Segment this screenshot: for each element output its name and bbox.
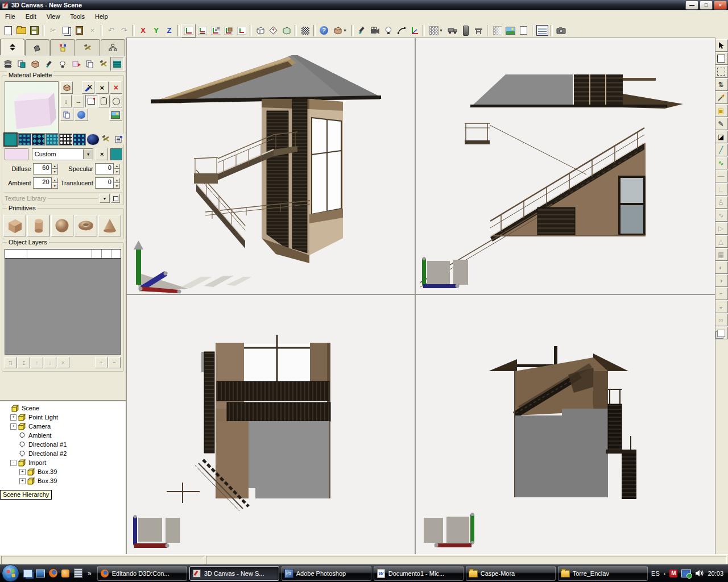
- line-list-button[interactable]: [110, 57, 124, 71]
- swatch-tools-button[interactable]: [100, 134, 112, 144]
- object-cube-button[interactable]: [28, 57, 42, 71]
- window-switcher-button[interactable]: [23, 568, 33, 579]
- arrow-tool-button[interactable]: ▷: [714, 222, 728, 235]
- tab-build[interactable]: [76, 39, 100, 56]
- tree-item-directional-1[interactable]: Directional #1: [2, 440, 126, 449]
- m-tray-icon[interactable]: M: [669, 569, 677, 577]
- specular-down[interactable]: ▼: [114, 169, 120, 174]
- layer-stack-button[interactable]: [1, 57, 15, 71]
- paste-button[interactable]: [73, 24, 86, 37]
- layer-up-button[interactable]: ↑: [31, 357, 43, 368]
- swatch-properties-button[interactable]: [113, 134, 125, 144]
- glue-tool-button[interactable]: [355, 24, 369, 37]
- paint-bucket-button[interactable]: ◪: [714, 131, 728, 143]
- calculator-launch-button[interactable]: [73, 568, 83, 579]
- cube-outline-button[interactable]: [280, 24, 293, 37]
- menu-help[interactable]: Help: [90, 11, 113, 22]
- paintbrush-button[interactable]: ✎: [714, 118, 728, 130]
- swatch-pattern-2[interactable]: [32, 134, 45, 146]
- translucent-value[interactable]: 0: [95, 177, 114, 189]
- tree-expander[interactable]: +: [19, 478, 26, 484]
- tab-navigate[interactable]: [0, 39, 24, 55]
- specular-value[interactable]: 0: [95, 163, 114, 174]
- glue-pen-button[interactable]: [42, 57, 56, 71]
- delete-material-button[interactable]: ×: [110, 81, 122, 94]
- boolean-subtract-button[interactable]: ◓: [714, 288, 728, 300]
- pattern-cube-button[interactable]: [267, 24, 280, 37]
- primitive-cube-button[interactable]: [3, 215, 26, 236]
- ambient-down[interactable]: ▼: [52, 183, 58, 189]
- tray-expand-chevron[interactable]: ‹: [664, 570, 666, 577]
- translucent-stepper[interactable]: ▲▼: [114, 178, 120, 189]
- palette-dropdown-arrow[interactable]: ▼: [83, 149, 93, 159]
- maximize-button[interactable]: □: [700, 1, 713, 10]
- delete-button[interactable]: ×: [86, 24, 99, 37]
- copy-material-button[interactable]: [60, 109, 73, 121]
- rect-tool-button[interactable]: [714, 52, 728, 65]
- face-grid-button[interactable]: △: [714, 235, 728, 248]
- boolean-union-button[interactable]: ◑: [714, 275, 728, 287]
- position-axes-button[interactable]: [181, 24, 196, 38]
- volume-tray-icon[interactable]: [695, 569, 704, 577]
- menu-edit[interactable]: Edit: [20, 11, 42, 22]
- copy-pages-button[interactable]: [15, 57, 28, 71]
- marquee-select-button[interactable]: [714, 65, 728, 78]
- axes-small-button[interactable]: [408, 24, 421, 37]
- current-color-swatch[interactable]: [5, 148, 28, 160]
- task-caspe-mora[interactable]: Caspe-Mora: [466, 566, 556, 581]
- bend-deform-button[interactable]: ∿: [714, 157, 728, 169]
- texture-library-popout[interactable]: [111, 194, 120, 203]
- diffuse-down[interactable]: ▼: [52, 169, 58, 174]
- tree-item-point-light[interactable]: + Point Light: [2, 413, 126, 422]
- task-word-document[interactable]: W Documento1 - Mic...: [374, 566, 464, 581]
- menu-view[interactable]: View: [42, 11, 65, 22]
- magic-wand-button[interactable]: [714, 92, 728, 104]
- tree-expander[interactable]: +: [10, 414, 16, 421]
- task-3d-canvas[interactable]: 3D Canvas - New S...: [189, 566, 279, 581]
- blank-page-button[interactable]: [517, 24, 530, 37]
- layer-remove-button[interactable]: −: [108, 357, 121, 368]
- material-help-button[interactable]: [75, 109, 88, 121]
- tree-item-import[interactable]: - Import: [2, 458, 126, 467]
- texture-fade-button[interactable]: [491, 24, 504, 37]
- swatch-pattern-3[interactable]: [46, 134, 59, 146]
- minimize-button[interactable]: —: [685, 1, 698, 10]
- scheduler-launch-button[interactable]: [60, 568, 71, 579]
- vehicle-button[interactable]: [446, 24, 459, 37]
- boolean-merge-button[interactable]: ∞: [714, 314, 728, 326]
- primitive-cone-button[interactable]: [98, 215, 121, 236]
- bench-button[interactable]: [472, 24, 485, 37]
- save-button[interactable]: [28, 24, 41, 37]
- move-down-button[interactable]: ↓: [60, 95, 72, 107]
- column-button[interactable]: [459, 24, 472, 37]
- stacked-copy-button[interactable]: [714, 327, 728, 339]
- texture-library-expand[interactable]: ▼: [100, 194, 110, 203]
- material-cube-dropdown[interactable]: ▼: [343, 28, 347, 32]
- clear-palette-button[interactable]: ×: [96, 148, 108, 160]
- tab-hierarchy[interactable]: [101, 39, 125, 56]
- ambient-up[interactable]: ▲: [52, 178, 58, 184]
- open-folder-button[interactable]: [15, 24, 28, 37]
- quick-launch-more-button[interactable]: »: [88, 569, 92, 577]
- axis-x-button[interactable]: X: [136, 24, 150, 37]
- menu-file[interactable]: File: [0, 11, 20, 22]
- language-indicator[interactable]: ES: [651, 570, 660, 577]
- copy-button[interactable]: [60, 24, 73, 37]
- tab-animate[interactable]: [50, 39, 75, 56]
- pages-button[interactable]: [83, 57, 97, 71]
- render-pattern-dropdown[interactable]: ▼: [439, 28, 443, 32]
- translucent-up[interactable]: ▲: [114, 178, 120, 184]
- layer-down-button[interactable]: ↓: [44, 357, 56, 368]
- primitive-sphere-button[interactable]: [51, 215, 74, 236]
- diffuse-up[interactable]: ▲: [52, 164, 58, 169]
- axis-y-button[interactable]: Y: [150, 24, 163, 37]
- swatch-pattern-5[interactable]: [73, 134, 86, 146]
- curve-button[interactable]: [395, 24, 408, 37]
- cut-button[interactable]: ✂: [47, 24, 60, 37]
- object-axes-button[interactable]: [222, 24, 235, 37]
- diffuse-stepper[interactable]: ▲▼: [52, 164, 58, 174]
- new-file-button[interactable]: [2, 24, 15, 37]
- camera-button[interactable]: [369, 24, 382, 37]
- viewport-perspective[interactable]: [127, 38, 415, 294]
- skeleton-tool-button[interactable]: ♙: [714, 196, 728, 209]
